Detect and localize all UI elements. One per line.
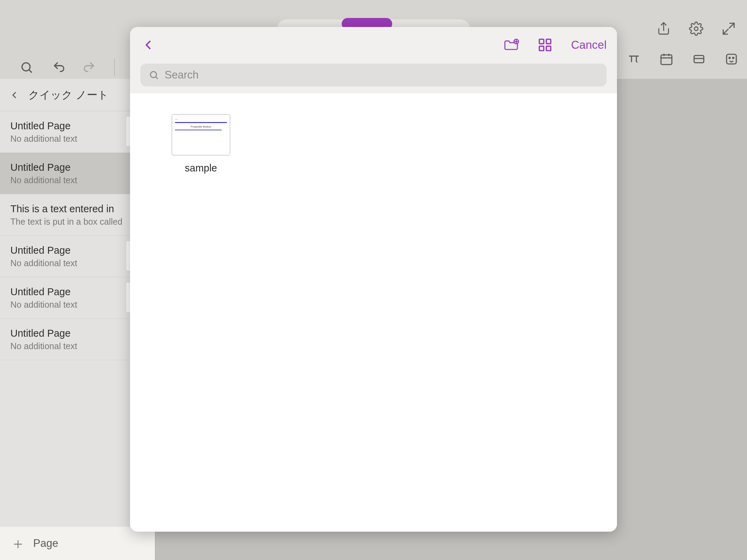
file-grid: —Projectile Motionsample (172, 114, 575, 174)
grid-view-icon[interactable] (537, 37, 553, 53)
svg-rect-23 (540, 46, 544, 51)
file-picker-modal: Cancel —Projectile Motionsample (130, 27, 617, 532)
svg-point-25 (150, 72, 157, 78)
new-folder-icon[interactable] (503, 37, 519, 53)
svg-rect-21 (540, 39, 544, 44)
modal-top-right: Cancel (503, 37, 607, 53)
svg-line-26 (156, 77, 158, 79)
file-name: sample (185, 162, 217, 174)
search-bar[interactable] (140, 64, 607, 86)
app-root: Table クイック ノート Untitled PageNo additiona… (0, 0, 747, 560)
modal-overlay[interactable]: Cancel —Projectile Motionsample (0, 0, 747, 560)
modal-body: —Projectile Motionsample (130, 93, 617, 532)
cancel-button[interactable]: Cancel (571, 38, 607, 52)
svg-rect-22 (546, 39, 551, 44)
modal-top-row: Cancel (140, 32, 607, 57)
file-thumbnail: —Projectile Motion (172, 114, 230, 156)
modal-back-icon[interactable] (140, 37, 156, 53)
search-icon (149, 70, 159, 80)
modal-top-left (140, 37, 156, 53)
file-item[interactable]: —Projectile Motionsample (172, 114, 230, 174)
svg-rect-24 (546, 46, 551, 51)
modal-header: Cancel (130, 27, 617, 93)
search-input[interactable] (165, 69, 598, 81)
